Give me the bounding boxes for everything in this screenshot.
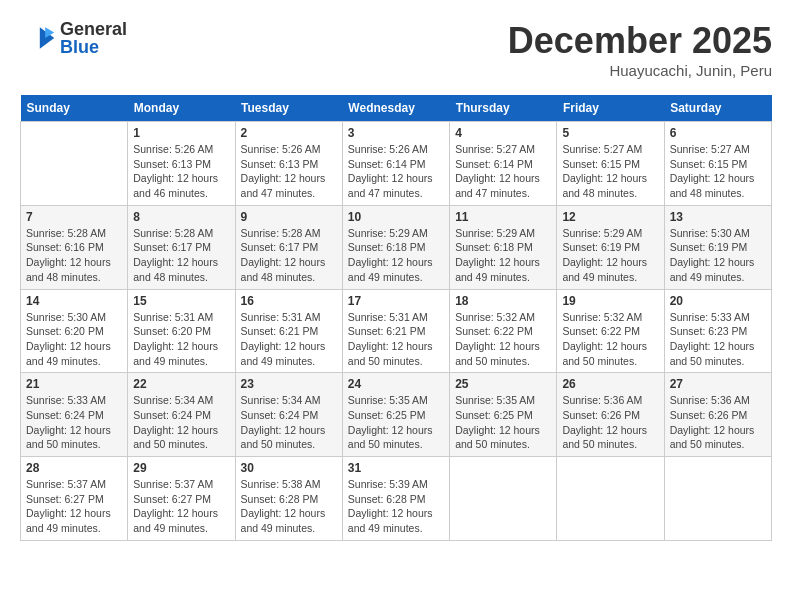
cell-content: Sunrise: 5:26 AMSunset: 6:14 PMDaylight:…: [348, 142, 444, 201]
day-number: 1: [133, 126, 229, 140]
calendar-cell: 16Sunrise: 5:31 AMSunset: 6:21 PMDayligh…: [235, 289, 342, 373]
weekday-header-row: SundayMondayTuesdayWednesdayThursdayFrid…: [21, 95, 772, 122]
cell-content: Sunrise: 5:34 AMSunset: 6:24 PMDaylight:…: [241, 393, 337, 452]
day-number: 18: [455, 294, 551, 308]
logo: General Blue: [20, 20, 127, 56]
calendar-cell: 17Sunrise: 5:31 AMSunset: 6:21 PMDayligh…: [342, 289, 449, 373]
cell-content: Sunrise: 5:36 AMSunset: 6:26 PMDaylight:…: [670, 393, 766, 452]
day-number: 25: [455, 377, 551, 391]
calendar-cell: 6Sunrise: 5:27 AMSunset: 6:15 PMDaylight…: [664, 122, 771, 206]
month-title: December 2025: [508, 20, 772, 62]
cell-content: Sunrise: 5:26 AMSunset: 6:13 PMDaylight:…: [241, 142, 337, 201]
cell-content: Sunrise: 5:30 AMSunset: 6:20 PMDaylight:…: [26, 310, 122, 369]
calendar-cell: 9Sunrise: 5:28 AMSunset: 6:17 PMDaylight…: [235, 205, 342, 289]
calendar-cell: 11Sunrise: 5:29 AMSunset: 6:18 PMDayligh…: [450, 205, 557, 289]
logo-blue-text: Blue: [60, 38, 127, 56]
calendar-table: SundayMondayTuesdayWednesdayThursdayFrid…: [20, 95, 772, 541]
calendar-cell: 3Sunrise: 5:26 AMSunset: 6:14 PMDaylight…: [342, 122, 449, 206]
cell-content: Sunrise: 5:29 AMSunset: 6:18 PMDaylight:…: [455, 226, 551, 285]
cell-content: Sunrise: 5:30 AMSunset: 6:19 PMDaylight:…: [670, 226, 766, 285]
day-number: 12: [562, 210, 658, 224]
calendar-cell: 5Sunrise: 5:27 AMSunset: 6:15 PMDaylight…: [557, 122, 664, 206]
day-number: 9: [241, 210, 337, 224]
cell-content: Sunrise: 5:27 AMSunset: 6:15 PMDaylight:…: [562, 142, 658, 201]
calendar-cell: 10Sunrise: 5:29 AMSunset: 6:18 PMDayligh…: [342, 205, 449, 289]
cell-content: Sunrise: 5:32 AMSunset: 6:22 PMDaylight:…: [562, 310, 658, 369]
cell-content: Sunrise: 5:34 AMSunset: 6:24 PMDaylight:…: [133, 393, 229, 452]
calendar-cell: 19Sunrise: 5:32 AMSunset: 6:22 PMDayligh…: [557, 289, 664, 373]
day-number: 21: [26, 377, 122, 391]
page-header: General Blue December 2025 Huayucachi, J…: [20, 20, 772, 79]
calendar-cell: 2Sunrise: 5:26 AMSunset: 6:13 PMDaylight…: [235, 122, 342, 206]
calendar-week-row: 7Sunrise: 5:28 AMSunset: 6:16 PMDaylight…: [21, 205, 772, 289]
calendar-cell: [21, 122, 128, 206]
location-subtitle: Huayucachi, Junin, Peru: [508, 62, 772, 79]
day-number: 19: [562, 294, 658, 308]
day-number: 8: [133, 210, 229, 224]
day-number: 13: [670, 210, 766, 224]
cell-content: Sunrise: 5:38 AMSunset: 6:28 PMDaylight:…: [241, 477, 337, 536]
cell-content: Sunrise: 5:37 AMSunset: 6:27 PMDaylight:…: [26, 477, 122, 536]
title-block: December 2025 Huayucachi, Junin, Peru: [508, 20, 772, 79]
day-number: 29: [133, 461, 229, 475]
calendar-cell: 30Sunrise: 5:38 AMSunset: 6:28 PMDayligh…: [235, 457, 342, 541]
cell-content: Sunrise: 5:28 AMSunset: 6:17 PMDaylight:…: [241, 226, 337, 285]
cell-content: Sunrise: 5:27 AMSunset: 6:15 PMDaylight:…: [670, 142, 766, 201]
calendar-week-row: 28Sunrise: 5:37 AMSunset: 6:27 PMDayligh…: [21, 457, 772, 541]
day-number: 10: [348, 210, 444, 224]
day-number: 17: [348, 294, 444, 308]
calendar-cell: 1Sunrise: 5:26 AMSunset: 6:13 PMDaylight…: [128, 122, 235, 206]
weekday-header: Tuesday: [235, 95, 342, 122]
weekday-header: Sunday: [21, 95, 128, 122]
weekday-header: Thursday: [450, 95, 557, 122]
day-number: 22: [133, 377, 229, 391]
day-number: 24: [348, 377, 444, 391]
day-number: 28: [26, 461, 122, 475]
weekday-header: Friday: [557, 95, 664, 122]
cell-content: Sunrise: 5:29 AMSunset: 6:18 PMDaylight:…: [348, 226, 444, 285]
calendar-cell: 28Sunrise: 5:37 AMSunset: 6:27 PMDayligh…: [21, 457, 128, 541]
calendar-cell: 12Sunrise: 5:29 AMSunset: 6:19 PMDayligh…: [557, 205, 664, 289]
day-number: 4: [455, 126, 551, 140]
calendar-cell: 24Sunrise: 5:35 AMSunset: 6:25 PMDayligh…: [342, 373, 449, 457]
calendar-cell: [664, 457, 771, 541]
logo-icon: [20, 20, 56, 56]
day-number: 7: [26, 210, 122, 224]
cell-content: Sunrise: 5:29 AMSunset: 6:19 PMDaylight:…: [562, 226, 658, 285]
weekday-header: Monday: [128, 95, 235, 122]
day-number: 31: [348, 461, 444, 475]
calendar-cell: 31Sunrise: 5:39 AMSunset: 6:28 PMDayligh…: [342, 457, 449, 541]
day-number: 6: [670, 126, 766, 140]
cell-content: Sunrise: 5:28 AMSunset: 6:16 PMDaylight:…: [26, 226, 122, 285]
cell-content: Sunrise: 5:26 AMSunset: 6:13 PMDaylight:…: [133, 142, 229, 201]
day-number: 14: [26, 294, 122, 308]
calendar-cell: [450, 457, 557, 541]
calendar-cell: 4Sunrise: 5:27 AMSunset: 6:14 PMDaylight…: [450, 122, 557, 206]
calendar-cell: 7Sunrise: 5:28 AMSunset: 6:16 PMDaylight…: [21, 205, 128, 289]
cell-content: Sunrise: 5:35 AMSunset: 6:25 PMDaylight:…: [348, 393, 444, 452]
calendar-week-row: 14Sunrise: 5:30 AMSunset: 6:20 PMDayligh…: [21, 289, 772, 373]
calendar-cell: 29Sunrise: 5:37 AMSunset: 6:27 PMDayligh…: [128, 457, 235, 541]
cell-content: Sunrise: 5:37 AMSunset: 6:27 PMDaylight:…: [133, 477, 229, 536]
day-number: 20: [670, 294, 766, 308]
day-number: 3: [348, 126, 444, 140]
day-number: 23: [241, 377, 337, 391]
calendar-week-row: 21Sunrise: 5:33 AMSunset: 6:24 PMDayligh…: [21, 373, 772, 457]
day-number: 2: [241, 126, 337, 140]
calendar-cell: 25Sunrise: 5:35 AMSunset: 6:25 PMDayligh…: [450, 373, 557, 457]
calendar-cell: 20Sunrise: 5:33 AMSunset: 6:23 PMDayligh…: [664, 289, 771, 373]
calendar-cell: 18Sunrise: 5:32 AMSunset: 6:22 PMDayligh…: [450, 289, 557, 373]
cell-content: Sunrise: 5:31 AMSunset: 6:20 PMDaylight:…: [133, 310, 229, 369]
day-number: 11: [455, 210, 551, 224]
calendar-cell: 26Sunrise: 5:36 AMSunset: 6:26 PMDayligh…: [557, 373, 664, 457]
logo-general-text: General: [60, 20, 127, 38]
cell-content: Sunrise: 5:31 AMSunset: 6:21 PMDaylight:…: [348, 310, 444, 369]
calendar-cell: [557, 457, 664, 541]
calendar-cell: 15Sunrise: 5:31 AMSunset: 6:20 PMDayligh…: [128, 289, 235, 373]
calendar-week-row: 1Sunrise: 5:26 AMSunset: 6:13 PMDaylight…: [21, 122, 772, 206]
cell-content: Sunrise: 5:28 AMSunset: 6:17 PMDaylight:…: [133, 226, 229, 285]
calendar-cell: 23Sunrise: 5:34 AMSunset: 6:24 PMDayligh…: [235, 373, 342, 457]
calendar-cell: 21Sunrise: 5:33 AMSunset: 6:24 PMDayligh…: [21, 373, 128, 457]
calendar-cell: 14Sunrise: 5:30 AMSunset: 6:20 PMDayligh…: [21, 289, 128, 373]
cell-content: Sunrise: 5:33 AMSunset: 6:23 PMDaylight:…: [670, 310, 766, 369]
